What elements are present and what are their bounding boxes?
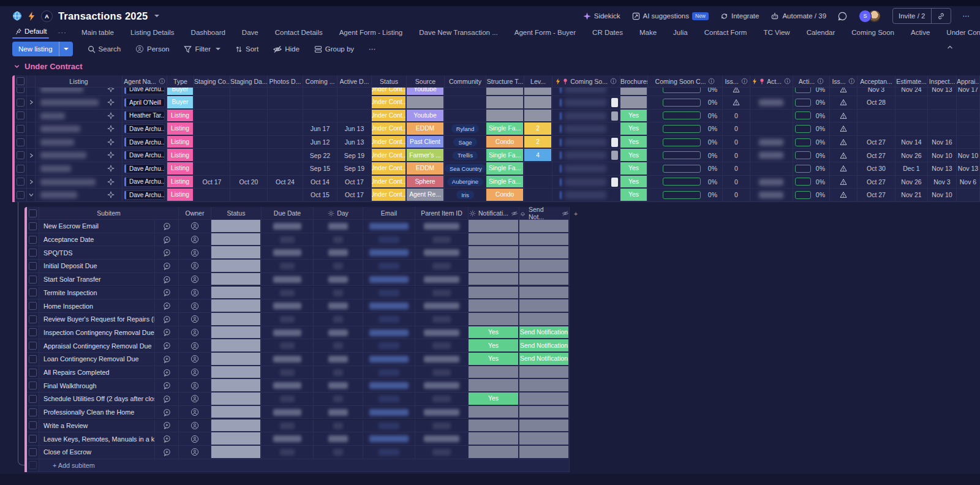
cell-apprai[interactable] [957, 110, 980, 123]
cell-type[interactable]: Listing [167, 189, 194, 202]
sub-cell-send-notification[interactable]: Send Notification [519, 353, 570, 366]
sub-cell-owner[interactable] [179, 260, 211, 273]
sub-cell-email[interactable] [363, 406, 415, 419]
cell-inspect[interactable]: Nov 13 [928, 88, 957, 96]
tab-under-contract[interactable]: Under Contract [946, 29, 980, 36]
cell-lev[interactable]: 2 [524, 122, 552, 136]
sub-cell-chat[interactable] [155, 353, 179, 366]
warning-icon[interactable] [840, 165, 847, 172]
community-pill[interactable]: Aubergine [447, 178, 483, 186]
cell-status[interactable]: Under Cont... [372, 162, 407, 176]
progress-bar[interactable] [663, 88, 701, 93]
topbar-more-button[interactable]: ⋯ [963, 12, 971, 20]
owner-avatar-icon[interactable] [190, 315, 199, 323]
checkbox[interactable] [17, 151, 24, 159]
cell-source[interactable]: Past Client [407, 136, 445, 149]
cell-iss2[interactable] [830, 88, 858, 96]
tab-agent-form-buyer[interactable]: Agent Form - Buyer [514, 29, 576, 36]
cell-act[interactable] [750, 162, 793, 176]
info-icon[interactable] [817, 78, 824, 85]
cell-status[interactable]: Under Cont... [372, 110, 407, 123]
cell-active[interactable]: Jun 13 [337, 136, 372, 149]
board-title[interactable]: Transactions 2025 [58, 10, 148, 22]
sub-cell-status[interactable] [211, 432, 262, 446]
tab-contact-form[interactable]: Contact Form [704, 29, 747, 36]
sub-cell-name[interactable]: Initial Deposit Due [39, 260, 155, 273]
info-icon[interactable] [848, 78, 855, 85]
sub-cell-due-date[interactable] [262, 287, 314, 300]
sub-cell-due-date[interactable] [262, 246, 314, 260]
sub-cell-parent-id[interactable] [415, 353, 469, 366]
agent-name-chip[interactable]: April O'Neill [124, 98, 165, 108]
cell-source[interactable]: EDDM [407, 122, 445, 136]
cell-broch[interactable]: Yes [620, 176, 648, 189]
sub-cell-name[interactable]: Start Solar Transfer [39, 273, 155, 287]
cell-community[interactable] [445, 110, 486, 123]
row-expand-toggle[interactable] [27, 149, 36, 162]
person-button[interactable]: Person [135, 45, 169, 53]
column-header-status[interactable]: Status [372, 75, 407, 88]
checkbox[interactable] [29, 355, 37, 363]
cell-broch[interactable] [620, 88, 648, 96]
add-update-icon[interactable] [163, 276, 171, 284]
cell-structure[interactable] [486, 88, 524, 96]
move-item-icon[interactable] [107, 88, 115, 92]
sub-cell-email[interactable] [363, 260, 415, 273]
sub-cell-day[interactable] [314, 246, 363, 260]
warning-icon[interactable] [840, 125, 847, 132]
sub-cell-notification[interactable]: Yes [469, 353, 519, 366]
community-pill[interactable]: Iris [456, 190, 474, 199]
cell-source[interactable]: Farmer's ... [407, 149, 445, 162]
sub-cell-notification[interactable] [469, 233, 519, 247]
cell-staging_co[interactable] [194, 189, 230, 202]
owner-avatar-icon[interactable] [190, 355, 199, 363]
cell-coming[interactable] [303, 110, 337, 123]
cell-listing[interactable] [36, 110, 123, 123]
cell-listing[interactable] [36, 96, 123, 110]
cell-source[interactable] [407, 96, 445, 110]
sub-row-checkbox[interactable] [27, 419, 39, 433]
checkbox[interactable] [29, 369, 37, 377]
sub-cell-parent-id[interactable] [415, 366, 469, 380]
sub-cell-day[interactable] [314, 313, 363, 326]
cell-source[interactable]: EDDM [407, 162, 445, 176]
label-structure[interactable] [486, 88, 523, 95]
column-header-source[interactable]: Source [407, 75, 445, 88]
cell-apprai[interactable]: Nov 6 [957, 176, 980, 189]
add-update-icon[interactable] [163, 236, 171, 244]
owner-avatar-icon[interactable] [190, 342, 199, 350]
sub-cell-parent-id[interactable] [415, 220, 469, 233]
cell-csc[interactable]: 0% [648, 176, 723, 189]
sub-cell-email[interactable] [363, 366, 415, 380]
sub-cell-day[interactable] [314, 339, 363, 353]
sub-cell-chat[interactable] [155, 393, 179, 406]
add-update-icon[interactable] [163, 302, 171, 310]
cell-broch[interactable] [620, 96, 648, 110]
tab-agent-form-listing[interactable]: Agent Form - Listing [339, 29, 403, 36]
cell-inspect[interactable]: Nov 16 [928, 136, 957, 149]
cell-acti[interactable]: 0% [793, 88, 830, 96]
checkbox[interactable] [29, 222, 37, 230]
cell-coming_so[interactable] [552, 176, 620, 189]
label-type[interactable]: Listing [167, 136, 193, 148]
cell-lev[interactable] [524, 162, 552, 176]
new-listing-dropdown[interactable] [59, 42, 73, 56]
cell-coming[interactable]: Sep 15 [303, 162, 337, 176]
search-button[interactable]: Search [88, 45, 121, 53]
sub-row-checkbox[interactable] [27, 393, 39, 406]
sub-cell-name[interactable]: Leave Keys, Remotes, Manuals in a kitche… [39, 432, 155, 446]
add-update-icon[interactable] [163, 262, 171, 270]
sub-row-checkbox[interactable] [27, 406, 39, 419]
cell-listing[interactable] [36, 136, 123, 149]
brochures-label[interactable]: Yes [620, 122, 647, 135]
cell-coming_so[interactable] [552, 136, 620, 149]
label-level[interactable]: 4 [524, 149, 551, 161]
cell-coming_so[interactable] [552, 122, 620, 136]
sub-cell-send-notification[interactable] [519, 246, 570, 260]
row-checkbox[interactable] [15, 96, 27, 110]
checkbox[interactable] [29, 435, 37, 443]
automate-button[interactable]: Automate / 39 [771, 12, 826, 20]
cell-status[interactable]: Under Cont... [372, 136, 407, 149]
warning-icon[interactable] [840, 88, 847, 93]
tab-default-more[interactable]: ··· [58, 29, 67, 36]
